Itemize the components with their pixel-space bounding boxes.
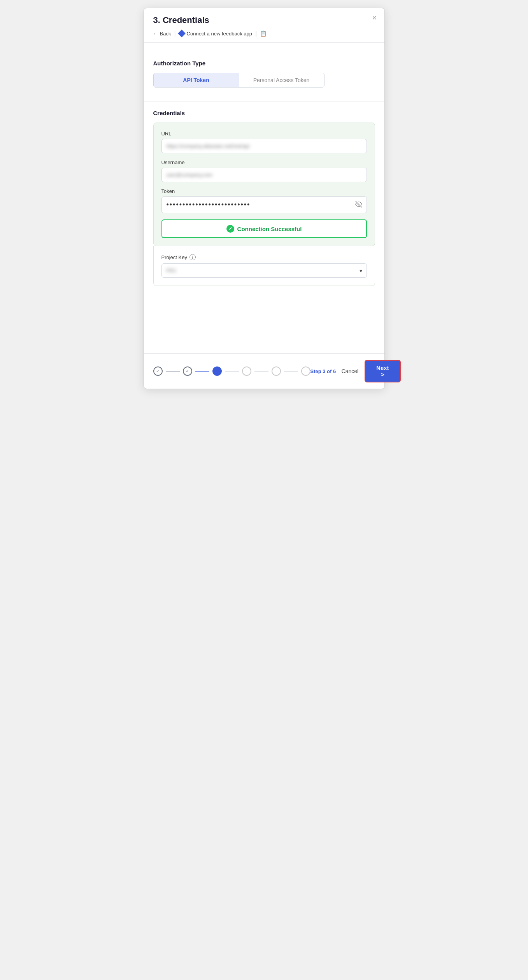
step-1-dot: ✓	[153, 366, 163, 376]
step-line-3	[225, 371, 239, 372]
credentials-modal: 3. Credentials ← Back | Connect a new fe…	[144, 8, 385, 389]
credentials-title: Credentials	[153, 110, 375, 116]
step-2-dot: ✓	[183, 366, 192, 376]
username-value: user@company.com	[167, 172, 212, 178]
token-wrapper	[161, 196, 367, 213]
back-button[interactable]: ← Back	[153, 31, 171, 37]
section-divider	[144, 102, 384, 102]
username-label: Username	[161, 160, 367, 165]
modal-body: Authorization Type API Token Personal Ac…	[144, 43, 384, 353]
step-4-dot	[242, 366, 251, 376]
url-label: URL	[161, 131, 367, 137]
project-key-section: Project Key i PRJ ▾	[153, 246, 375, 286]
username-input[interactable]: user@company.com	[161, 168, 367, 182]
check-icon: ✓	[226, 225, 234, 233]
footer-buttons: Cancel Next >	[342, 360, 401, 382]
auth-tabs: API Token Personal Access Token	[153, 73, 325, 88]
eye-icon[interactable]	[355, 201, 362, 209]
footer-actions: Step 3 of 6	[310, 368, 342, 374]
token-label: Token	[161, 188, 367, 194]
diamond-icon	[178, 30, 186, 37]
step-5-dot	[272, 366, 281, 376]
step-3-dot	[212, 366, 222, 376]
connection-status-button[interactable]: ✓ Connection Successful	[161, 219, 367, 238]
step-line-4	[254, 371, 268, 372]
modal-footer: ✓ ✓ Step 3 of 6 Cancel Next >	[144, 353, 384, 389]
nav-separator: |	[174, 30, 175, 37]
credentials-section: Credentials URL https://company.atlassia…	[144, 110, 384, 302]
url-input[interactable]: https://company.atlassian.net/rest/api	[161, 139, 367, 153]
doc-icon[interactable]: 📋	[260, 30, 267, 37]
authorization-title: Authorization Type	[153, 60, 375, 67]
step-indicator: ✓ ✓	[153, 366, 310, 376]
close-button[interactable]: ×	[372, 14, 377, 21]
token-input[interactable]	[161, 196, 367, 213]
project-key-text: Project Key	[161, 254, 187, 260]
token-field-group: Token	[161, 188, 367, 213]
url-field-group: URL https://company.atlassian.net/rest/a…	[161, 131, 367, 153]
cancel-button[interactable]: Cancel	[342, 368, 359, 374]
username-field-group: Username user@company.com	[161, 160, 367, 182]
step-label: Step 3 of 6	[310, 368, 342, 374]
tab-api-token[interactable]: API Token	[154, 73, 239, 87]
project-key-select-wrapper: PRJ ▾	[161, 263, 367, 278]
breadcrumb: Connect a new feedback app	[179, 31, 252, 37]
next-button[interactable]: Next >	[365, 360, 401, 382]
modal-header: 3. Credentials ← Back | Connect a new fe…	[144, 8, 384, 43]
back-label: Back	[160, 31, 171, 37]
step-line-2	[195, 371, 209, 372]
breadcrumb-label: Connect a new feedback app	[187, 31, 252, 37]
modal-nav: ← Back | Connect a new feedback app | 📋	[153, 30, 375, 42]
nav-separator-2: |	[255, 30, 257, 37]
authorization-section: Authorization Type API Token Personal Ac…	[144, 43, 384, 100]
connection-status-label: Connection Successful	[237, 226, 302, 232]
project-key-select[interactable]: PRJ	[161, 263, 367, 278]
back-arrow-icon: ←	[153, 31, 158, 37]
step-6-dot	[301, 366, 310, 376]
project-key-value: PRJ	[167, 268, 176, 273]
credentials-box: URL https://company.atlassian.net/rest/a…	[153, 123, 375, 246]
step-line-5	[284, 371, 298, 372]
modal-title: 3. Credentials	[153, 15, 375, 25]
tab-personal-access-token[interactable]: Personal Access Token	[239, 73, 324, 87]
url-value: https://company.atlassian.net/rest/api	[167, 143, 250, 149]
info-icon: i	[189, 254, 196, 260]
step-line-1	[166, 371, 180, 372]
project-key-label: Project Key i	[161, 254, 367, 260]
